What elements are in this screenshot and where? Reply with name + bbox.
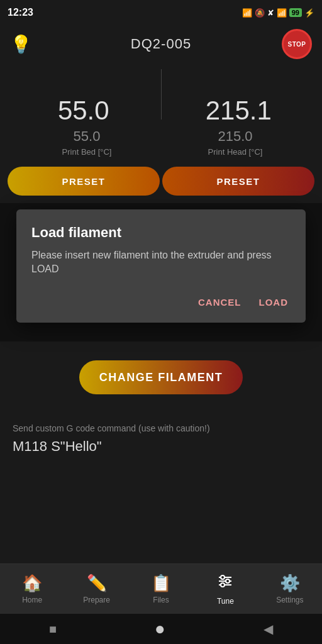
bulb-icon: 💡	[10, 35, 32, 54]
dialog-actions: CANCEL LOAD	[31, 292, 291, 313]
home-icon: 🏠	[22, 574, 42, 593]
wifi-icon: 📶	[277, 8, 287, 18]
nav-label-files: Files	[153, 596, 169, 604]
bed-temp-target: 55.0	[13, 128, 161, 145]
temp-divider	[161, 69, 162, 119]
temperature-section: 55.0 215.1 55.0 215.0 Print Bed [°C] Pri…	[0, 63, 322, 157]
dialog-box: Load filament Please insert new filament…	[16, 209, 306, 323]
dialog-title: Load filament	[31, 225, 291, 241]
status-bar: 12:23 📶 🔕 ✘ 📶 99 ⚡	[0, 0, 322, 25]
files-icon: 📋	[151, 574, 171, 593]
nav-item-settings[interactable]: ⚙️ Settings	[258, 574, 322, 604]
nav-item-home[interactable]: 🏠 Home	[0, 574, 64, 604]
bed-temp-current: 55.0	[13, 96, 155, 126]
head-temp-target: 215.0	[161, 128, 309, 145]
temp-target-row: 55.0 215.0	[13, 128, 309, 145]
signal-icon: ✘	[267, 8, 274, 18]
gcode-section: Send custom G code command (use with cau…	[0, 413, 322, 470]
temp-label-row: Print Bed [°C] Print Head [°C]	[13, 147, 309, 157]
battery-icon: 99	[289, 8, 302, 17]
temp-current-row: 55.0 215.1	[13, 69, 309, 126]
dialog-message: Please insert new filament into the extr…	[31, 248, 291, 277]
home-button[interactable]: ●	[155, 619, 165, 639]
dialog-overlay: Load filament Please insert new filament…	[0, 203, 322, 341]
nav-label-tune: Tune	[217, 597, 234, 606]
preset-button-right[interactable]: PRESET	[162, 167, 314, 196]
head-temp-label: Print Head [°C]	[161, 147, 309, 157]
bed-temp-label: Print Bed [°C]	[13, 147, 161, 157]
preset-button-left[interactable]: PRESET	[8, 167, 160, 196]
settings-icon: ⚙️	[280, 574, 300, 593]
android-nav: ■ ● ◀	[0, 614, 322, 644]
nav-item-files[interactable]: 📋 Files	[129, 574, 193, 604]
nav-label-home: Home	[22, 596, 42, 604]
status-icons: 📶 🔕 ✘ 📶 99 ⚡	[242, 8, 314, 18]
load-button[interactable]: LOAD	[257, 292, 291, 313]
prepare-icon: ✏️	[87, 574, 107, 593]
nav-label-prepare: Prepare	[83, 596, 110, 604]
nav-label-settings: Settings	[276, 596, 303, 604]
header: 💡 DQ2-005 STOP	[0, 25, 322, 63]
printer-name: DQ2-005	[131, 36, 191, 52]
bluetooth-icon: 📶	[242, 8, 252, 18]
svg-point-4	[226, 579, 230, 583]
back-button[interactable]: ◀	[264, 621, 273, 636]
stop-button[interactable]: STOP	[282, 29, 312, 59]
gcode-value[interactable]: M118 S"Hello"	[13, 438, 309, 455]
nav-item-prepare[interactable]: ✏️ Prepare	[64, 574, 128, 604]
svg-point-3	[221, 575, 225, 579]
bottom-nav: 🏠 Home ✏️ Prepare 📋 Files Tune ⚙️ Settin…	[0, 564, 322, 614]
stop-label: STOP	[287, 41, 306, 48]
change-filament-section: CHANGE FILAMENT	[0, 341, 322, 413]
gcode-label: Send custom G code command (use with cau…	[13, 423, 309, 433]
tune-icon	[216, 572, 234, 594]
preset-row: PRESET PRESET	[0, 163, 322, 203]
svg-point-5	[221, 583, 225, 587]
recent-apps-button[interactable]: ■	[49, 622, 57, 636]
head-temp-current: 215.1	[168, 96, 310, 126]
nav-item-tune[interactable]: Tune	[193, 572, 257, 606]
status-time: 12:23	[8, 7, 33, 18]
light-toggle[interactable]: 💡	[10, 34, 32, 55]
main-content: Load filament Please insert new filament…	[0, 203, 322, 341]
muted-icon: 🔕	[255, 8, 265, 18]
change-filament-button[interactable]: CHANGE FILAMENT	[79, 360, 243, 394]
cancel-button[interactable]: CANCEL	[196, 292, 244, 313]
charging-icon: ⚡	[304, 8, 314, 18]
